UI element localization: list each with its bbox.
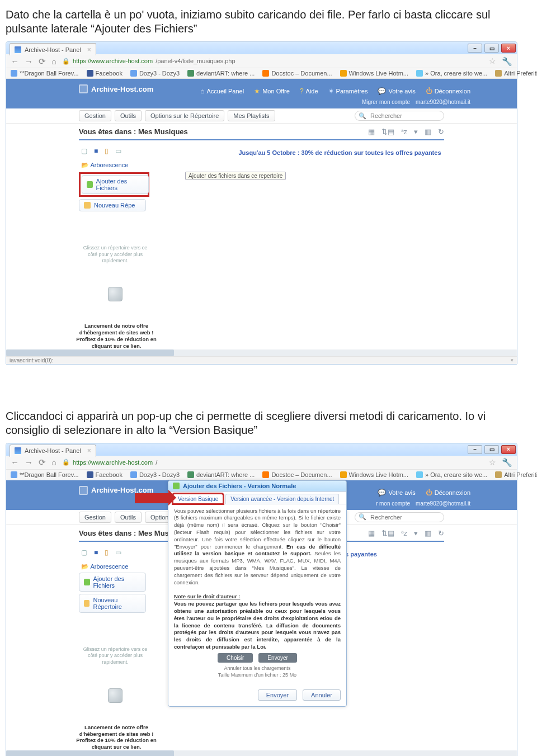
window-icon[interactable]: ▭	[115, 147, 121, 155]
alpha-icon[interactable]: ᵃz	[401, 127, 408, 136]
refresh-icon[interactable]: ↻	[438, 529, 444, 537]
window-maximize-button[interactable]: ▭	[484, 44, 499, 53]
sidebar-arborescence[interactable]: 📂 Arborescence	[79, 561, 152, 570]
sidebar-ajouter-fichiers[interactable]: Ajouter des Fichiers	[79, 573, 146, 592]
sidebar-ajouter-fichiers[interactable]: Ajouter des Fichiers	[82, 175, 149, 194]
nav-deconnexion[interactable]: ⏻Déconnexion	[426, 87, 470, 95]
nav-accueil[interactable]: ⌂Accueil Panel	[200, 87, 244, 95]
view-icon[interactable]: ▦	[368, 127, 375, 136]
sidebar-nouveau-repertoire[interactable]: Nouveau Répertoire	[79, 594, 146, 613]
bookmark-dragon[interactable]: **Dragon Ball Forev...	[11, 70, 79, 77]
bookmark-star-icon[interactable]: ☆	[489, 56, 496, 65]
nav-avis[interactable]: 💬Votre avis	[378, 87, 415, 95]
toolbar-gestion[interactable]: Gestion	[79, 512, 111, 523]
migrate-account-link[interactable]: Migrer mon compte	[362, 99, 410, 105]
forward-icon[interactable]: →	[25, 458, 33, 466]
grid-icon[interactable]: ▥	[425, 127, 431, 136]
horizontal-scrollbar[interactable]	[6, 349, 517, 356]
window-icon[interactable]: ▭	[115, 549, 121, 556]
bookmark-deviantart[interactable]: deviantART: where ...	[187, 70, 255, 77]
tab-title: Archive-Host - Panel	[25, 46, 81, 53]
window-close-button[interactable]: ×	[501, 44, 516, 53]
forward-icon[interactable]: →	[25, 57, 33, 65]
upload-dialog: Ajouter des Fichiers - Version Normale V…	[168, 480, 347, 707]
search-input[interactable]	[369, 112, 449, 120]
tile-icon[interactable]: ■	[94, 549, 98, 556]
bookmark-facebook[interactable]: Facebook	[87, 471, 123, 478]
page-viewport: Archive-Host.com ⌂Accueil Panel ★Mon Off…	[6, 79, 517, 349]
grid-icon[interactable]: ▥	[425, 529, 431, 537]
wrench-icon[interactable]: 🔧	[502, 458, 512, 466]
site-brand[interactable]: Archive-Host.com	[79, 82, 153, 99]
doc-icon[interactable]: ▯	[105, 147, 109, 155]
nav-aide[interactable]: ?Aide	[300, 87, 318, 95]
migrate-account-link[interactable]: r mon compte	[376, 500, 410, 507]
wrench-icon[interactable]: 🔧	[502, 57, 512, 65]
envoyer-inner-button[interactable]: Envoyer	[258, 653, 297, 663]
bookmark-dozy[interactable]: Dozy3 - Dozy3	[130, 471, 180, 478]
refresh-icon[interactable]: ↻	[438, 127, 444, 136]
home-icon[interactable]: ⌂	[51, 458, 56, 466]
bookmark-ora[interactable]: » Ora, creare sito we...	[416, 471, 487, 478]
bookmark-other[interactable]: Altri Preferiti	[495, 70, 537, 77]
bookmark-windowslive[interactable]: Windows Live Hotm...	[340, 70, 408, 77]
trash-icon[interactable]	[108, 688, 123, 703]
bookmark-other[interactable]: Altri Preferiti	[495, 471, 537, 478]
tab-close-icon[interactable]: ×	[87, 447, 91, 455]
sidebar-arborescence[interactable]: 📂 Arborescence	[79, 159, 152, 169]
view-icon[interactable]: ▦	[368, 529, 375, 537]
nav-deconnexion[interactable]: ⏻Déconnexion	[426, 489, 470, 497]
nav-param[interactable]: ✶Paramètres	[328, 87, 368, 95]
browser-tab[interactable]: Archive-Host - Panel ×	[10, 445, 96, 457]
reload-icon[interactable]: ⟳	[39, 57, 46, 65]
bookmark-deviantart[interactable]: deviantART: where ...	[187, 471, 255, 478]
nav-avis[interactable]: 💬Votre avis	[378, 489, 415, 497]
choisir-button[interactable]: Choisir	[218, 653, 253, 663]
annuler-button[interactable]: Annuler	[303, 689, 341, 701]
bookmark-windowslive[interactable]: Windows Live Hotm...	[340, 471, 408, 478]
bookmark-docstoc[interactable]: Docstoc – Documen...	[262, 70, 332, 77]
toolbar-outils[interactable]: Outils	[115, 110, 142, 121]
bookmark-dragon[interactable]: **Dragon Ball Forev...	[11, 471, 79, 478]
sidebar-nouveau-repertoire[interactable]: Nouveau Répe	[79, 199, 146, 211]
search-box[interactable]: 🔍	[355, 512, 444, 522]
address-bar[interactable]: 🔒 https://www.archive-host.com/panel-v4/…	[62, 58, 483, 65]
bookmark-star-icon[interactable]: ☆	[489, 458, 496, 467]
home-icon[interactable]: ⌂	[51, 57, 56, 65]
browser-tab[interactable]: Archive-Host - Panel ×	[10, 43, 96, 55]
tab-version-avancee[interactable]: Version avancée - Version depuis Interne…	[225, 494, 339, 504]
tile-icon[interactable]: ■	[94, 147, 98, 155]
alpha-icon[interactable]: ᵃz	[401, 529, 408, 537]
checkbox-icon[interactable]: ▢	[81, 147, 87, 155]
checkbox-icon[interactable]: ▢	[81, 549, 87, 556]
bookmark-docstoc[interactable]: Docstoc – Documen...	[262, 471, 332, 478]
tab-version-basique[interactable]: Version Basique	[173, 494, 223, 504]
sort-icon[interactable]: ⇅▤	[381, 529, 394, 537]
doc-icon[interactable]: ▯	[105, 549, 109, 556]
toolbar-playlists[interactable]: Mes Playlists	[228, 110, 275, 121]
window-minimize-button[interactable]: –	[468, 44, 482, 53]
toolbar-options[interactable]: Options sur le Répertoire	[145, 110, 224, 121]
reload-icon[interactable]: ⟳	[39, 458, 46, 466]
window-close-button[interactable]: ×	[501, 445, 516, 454]
search-input[interactable]	[369, 513, 449, 521]
bookmark-dozy[interactable]: Dozy3 - Dozy3	[130, 70, 180, 77]
search-box[interactable]: 🔍	[355, 111, 444, 121]
window-maximize-button[interactable]: ▭	[484, 445, 499, 454]
back-icon[interactable]: ←	[11, 57, 19, 65]
back-icon[interactable]: ←	[11, 458, 19, 466]
bookmark-facebook[interactable]: Facebook	[87, 70, 123, 77]
toolbar-outils[interactable]: Outils	[115, 512, 142, 523]
nav-offre[interactable]: ★Mon Offre	[254, 87, 290, 95]
window-minimize-button[interactable]: –	[468, 445, 482, 454]
trash-icon[interactable]	[108, 287, 123, 301]
chevron-down-icon[interactable]: ▾	[414, 127, 418, 136]
chevron-down-icon[interactable]: ▾	[414, 529, 418, 537]
address-bar[interactable]: 🔒 https://www.archive-host.com/	[62, 459, 483, 466]
toolbar-gestion[interactable]: Gestion	[79, 110, 111, 121]
tab-close-icon[interactable]: ×	[87, 46, 91, 54]
envoyer-button[interactable]: Envoyer	[258, 689, 297, 701]
bookmark-ora[interactable]: » Ora, creare sito we...	[416, 70, 487, 77]
horizontal-scrollbar[interactable]	[6, 750, 517, 756]
sort-icon[interactable]: ⇅▤	[381, 127, 394, 136]
